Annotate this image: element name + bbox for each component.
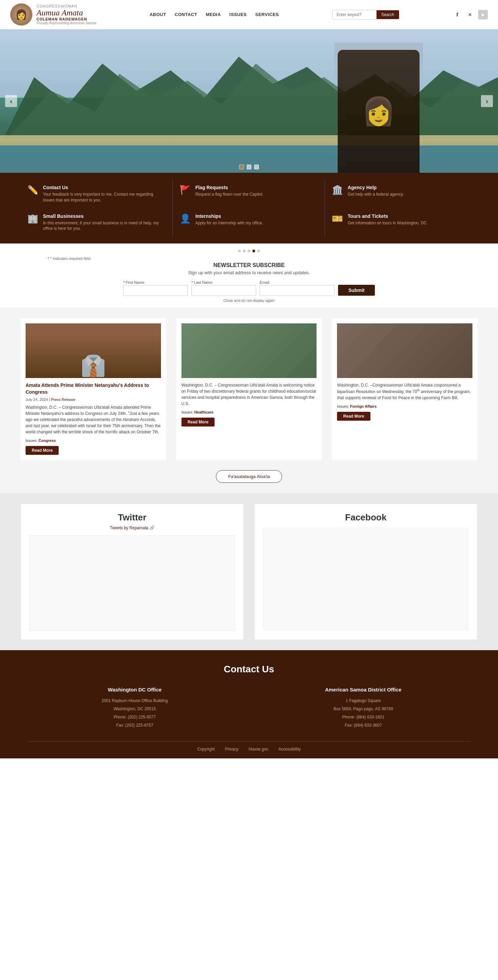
news-card-2: Washington, D.C. – Congresswoman Uifa'at…: [176, 318, 322, 460]
footer-accessibility-link[interactable]: Accessibility: [278, 747, 300, 752]
service-business[interactable]: 🏢 Small Businesses In this environment, …: [21, 208, 173, 237]
hero-dots: [239, 165, 259, 169]
news-date-1: July 24, 2024 | Press Release: [25, 398, 161, 402]
hero-beach: [0, 135, 498, 145]
newsletter-subtitle: Sign up with your email address to recei…: [14, 270, 484, 275]
read-more-button-2[interactable]: Read More: [181, 418, 214, 426]
logo-area: 👩 Congresswoman Aumua Amata COLEMAN RADE…: [10, 3, 96, 25]
facebook-title: Facebook: [263, 512, 469, 523]
dc-office-address: 2001 Rayburn House Office Building Washi…: [27, 697, 242, 729]
avatar: 👩: [10, 3, 32, 25]
news-issues-1: Issues: Congress: [25, 438, 161, 442]
footer-samoa-office: American Samoa District Office 1 Fagatog…: [256, 687, 471, 729]
hero-prev-button[interactable]: ‹: [5, 95, 17, 107]
twitter-link[interactable]: Tweets by Repamata 🔗: [29, 525, 235, 530]
submit-button[interactable]: Submit: [338, 285, 374, 296]
search-button[interactable]: Search: [377, 10, 399, 19]
news-card-3: Washington, D.C. –Congresswoman Uifa'ata…: [332, 318, 477, 460]
dot-3[interactable]: [247, 250, 251, 252]
samoa-office-address: 1 Fagatogo Square Box 5859, Pago pago, A…: [256, 697, 471, 729]
read-more-button-3[interactable]: Read More: [337, 412, 370, 421]
news-issues-link-1[interactable]: Congress: [38, 438, 56, 442]
read-more-button-1[interactable]: Read More: [25, 446, 59, 455]
social-feeds: Twitter Tweets by Repamata 🔗 Facebook: [0, 493, 498, 650]
service-tours[interactable]: 🎫 Tours and Tickets Get information on t…: [325, 208, 477, 237]
hero-person: 👩: [334, 43, 423, 173]
agency-icon: 🏛️: [332, 185, 343, 195]
facebook-feed-placeholder: [263, 528, 469, 630]
email-input[interactable]: [260, 285, 335, 296]
dot-2[interactable]: [243, 250, 246, 252]
news-body-2: Washington, D.C. – Congresswoman Uifa'at…: [181, 382, 317, 407]
twitter-card: Twitter Tweets by Repamata 🔗: [21, 503, 244, 640]
last-name-input[interactable]: [191, 285, 256, 296]
news-issues-link-2[interactable]: Healthcare: [194, 410, 214, 414]
business-icon: 🏢: [27, 213, 38, 224]
news-body-1: Washington, D.C. – Congresswoman Uifa'at…: [25, 404, 161, 435]
news-image-3: [337, 323, 473, 378]
news-body-3: Washington, D.C. –Congresswoman Uifa'ata…: [337, 382, 473, 401]
twitter-x-icon[interactable]: ✕: [465, 10, 475, 19]
youtube-icon[interactable]: ▶: [478, 10, 488, 19]
footer-copyright-link[interactable]: Copyright: [197, 747, 214, 752]
newsletter-form: * First Name: * Last Name: Email: Submit: [14, 280, 484, 296]
news-grid: 👔 Amata Attends Prime Minister Netanyahu…: [21, 318, 477, 460]
nav-issues[interactable]: ISSUES: [230, 12, 247, 17]
first-name-label: * First Name:: [123, 280, 145, 285]
newsletter-dots: [14, 250, 484, 252]
tours-icon: 🎫: [332, 213, 343, 224]
news-issues-3: Issues: Foreign Affairs: [337, 404, 473, 408]
flag-icon: 🚩: [180, 185, 191, 195]
news-type-link-1[interactable]: Press Release: [51, 398, 75, 402]
hero-dot-2[interactable]: [247, 165, 251, 169]
newsletter-section: * * Indicates required field NEWSLETTER …: [0, 243, 498, 308]
hero-next-button[interactable]: ›: [481, 95, 493, 107]
email-label: Email:: [260, 280, 270, 285]
logo-subtitle: Proudly Representing American Samoa: [36, 21, 96, 25]
hero-dot-3[interactable]: [254, 165, 259, 169]
service-agency[interactable]: 🏛️ Agency Help Get help with a federal a…: [325, 180, 477, 208]
news-image-1: 👔: [25, 323, 161, 378]
email-group: Email:: [260, 280, 335, 296]
footer-links: Copyright Privacy House.gov Accessibilit…: [27, 741, 471, 752]
hero-mountains: [0, 43, 498, 145]
samoa-office-name: American Samoa District Office: [256, 687, 471, 692]
service-internships[interactable]: 👤 Internships Apply for an internship wi…: [173, 208, 325, 237]
news-issues-link-3[interactable]: Foreign Affairs: [350, 404, 377, 408]
footer-offices: Washington DC Office 2001 Rayburn House …: [27, 687, 471, 729]
view-all-button[interactable]: Fa'asalalauga Aloa'ia: [216, 470, 282, 483]
contact-icon: ✏️: [27, 185, 38, 195]
facebook-card: Facebook: [254, 503, 477, 640]
hero-dot-1[interactable]: [239, 165, 244, 169]
last-name-group: * Last Name:: [191, 280, 256, 296]
dot-1[interactable]: [238, 250, 241, 252]
nav-contact[interactable]: CONTACT: [174, 12, 197, 17]
footer-dc-office: Washington DC Office 2001 Rayburn House …: [27, 687, 242, 729]
site-header: 👩 Congresswoman Aumua Amata COLEMAN RADE…: [0, 0, 498, 29]
footer-contact-title: Contact Us: [27, 664, 471, 675]
nav-about[interactable]: ABOUT: [149, 12, 166, 17]
nav-media[interactable]: MEDIA: [206, 12, 221, 17]
nav-services[interactable]: SERVICES: [255, 12, 279, 17]
twitter-title: Twitter: [29, 512, 235, 523]
first-name-input[interactable]: [123, 285, 188, 296]
close-newsletter-link[interactable]: Close and do not display again: [14, 298, 484, 302]
footer-housegov-link[interactable]: House.gov: [249, 747, 268, 752]
facebook-icon[interactable]: 𝐟: [452, 10, 462, 19]
search-area: Search: [332, 10, 399, 19]
main-nav: ABOUT CONTACT MEDIA ISSUES SERVICES: [149, 12, 279, 17]
news-title-1: Amata Attends Prime Minister Netanyahu's…: [25, 382, 161, 395]
footer-privacy-link[interactable]: Privacy: [225, 747, 238, 752]
dot-5[interactable]: [257, 250, 260, 252]
search-input[interactable]: [332, 10, 377, 19]
services-bar: ✏️ Contact Us Your feedback is very impo…: [0, 173, 498, 243]
service-contact[interactable]: ✏️ Contact Us Your feedback is very impo…: [21, 180, 173, 208]
required-note: * * Indicates required field: [14, 256, 484, 261]
news-section: 👔 Amata Attends Prime Minister Netanyahu…: [0, 308, 498, 493]
dot-4[interactable]: [252, 250, 255, 252]
service-flag[interactable]: 🚩 Flag Requests Request a flag flown ove…: [173, 180, 325, 208]
newsletter-title: NEWSLETTER SUBSCRIBE: [14, 262, 484, 268]
news-image-2: [181, 323, 317, 378]
first-name-group: * First Name:: [123, 280, 188, 296]
news-issues-2: Issues: Healthcare: [181, 410, 317, 414]
